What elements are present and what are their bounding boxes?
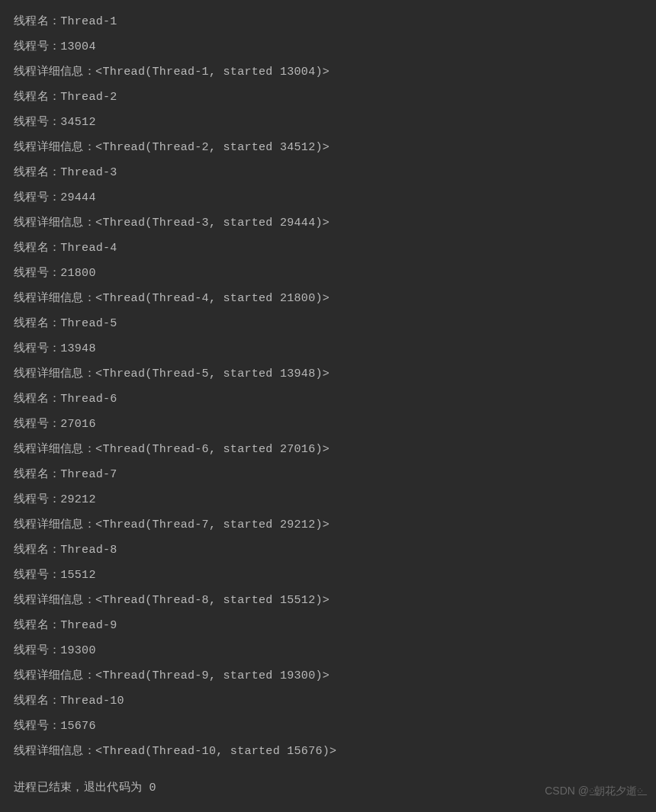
thread-name-line: 线程名：Thread-5 [14,311,642,336]
thread-detail-line: 线程详细信息：<Thread(Thread-9, started 19300)> [14,663,642,688]
console-output[interactable]: 线程名：Thread-1线程号：13004线程详细信息：<Thread(Thre… [14,9,642,764]
thread-name-line: 线程名：Thread-10 [14,688,642,714]
thread-detail-line: 线程详细信息：<Thread(Thread-3, started 29444)> [14,210,642,236]
thread-id-line: 线程号：27016 [14,412,642,437]
thread-id-line: 线程号：29444 [14,185,642,210]
thread-id-line: 线程号：13948 [14,336,642,361]
thread-name-line: 线程名：Thread-3 [14,160,642,185]
thread-detail-line: 线程详细信息：<Thread(Thread-4, started 21800)> [14,286,642,311]
thread-detail-line: 线程详细信息：<Thread(Thread-6, started 27016)> [14,437,642,462]
thread-detail-line: 线程详细信息：<Thread(Thread-7, started 29212)> [14,512,642,538]
thread-name-line: 线程名：Thread-2 [14,85,642,110]
thread-detail-line: 线程详细信息：<Thread(Thread-1, started 13004)> [14,59,642,85]
thread-id-line: 线程号：21800 [14,261,642,286]
thread-detail-line: 线程详细信息：<Thread(Thread-2, started 34512)> [14,135,642,160]
thread-id-line: 线程号：19300 [14,638,642,663]
thread-id-line: 线程号：15512 [14,563,642,588]
thread-detail-line: 线程详细信息：<Thread(Thread-8, started 15512)> [14,588,642,613]
thread-id-line: 线程号：34512 [14,110,642,135]
thread-name-line: 线程名：Thread-4 [14,236,642,261]
thread-detail-line: 线程详细信息：<Thread(Thread-5, started 13948)> [14,361,642,387]
thread-name-line: 线程名：Thread-1 [14,9,642,34]
thread-id-line: 线程号：15676 [14,714,642,739]
watermark: CSDN @꯭朝花夕逝꯭ [545,779,642,803]
thread-id-line: 线程号：29212 [14,487,642,512]
thread-name-line: 线程名：Thread-7 [14,462,642,487]
thread-name-line: 线程名：Thread-6 [14,387,642,412]
thread-name-line: 线程名：Thread-8 [14,538,642,563]
thread-name-line: 线程名：Thread-9 [14,613,642,638]
thread-detail-line: 线程详细信息：<Thread(Thread-10, started 15676)… [14,739,642,764]
thread-id-line: 线程号：13004 [14,34,642,59]
